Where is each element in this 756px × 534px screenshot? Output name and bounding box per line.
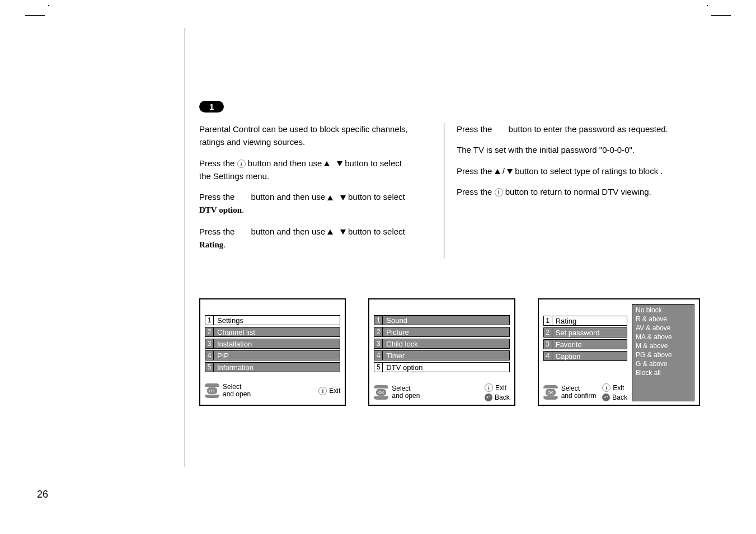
menu-dtv-option: 1Rating 2Set password 3Favorite 4Caption… (538, 298, 700, 406)
content-area: 1 Parental Control can be used to block … (185, 28, 700, 467)
footer-exit: Exit (329, 387, 340, 395)
up-icon (327, 229, 333, 235)
rating-opt-g[interactable]: G & above (636, 359, 691, 368)
menu-item-dtv-option[interactable]: 5DTV option (374, 362, 509, 372)
rating-opt-m[interactable]: M & above (636, 341, 691, 350)
ok-pad-icon: OK (205, 383, 219, 398)
back-icon: ↶ (602, 394, 610, 401)
menu-item-child-lock[interactable]: 3Child lock (374, 339, 509, 349)
menu-item-settings[interactable]: 1Settings (205, 315, 340, 325)
ok-pad-icon: OK (543, 385, 558, 400)
down-icon (507, 169, 513, 174)
down-icon (340, 195, 346, 200)
left-column: Parental Control can be used to block sp… (199, 123, 444, 259)
para-rating: Press the button and then use button to … (199, 225, 431, 252)
para-select-type: Press the / button to select type of rat… (457, 165, 689, 177)
up-icon (324, 161, 330, 166)
para-dtv: Press the button and then use button to … (199, 190, 431, 217)
para-settings: Press the i button and then use button t… (199, 157, 431, 183)
back-icon: ↶ (485, 394, 492, 401)
para-intro: Parental Control can be used to block sp… (199, 123, 431, 149)
menu-settings: 1Sound 2Picture 3Child lock 4Timer 5DTV … (368, 298, 515, 406)
menu-item-rating[interactable]: 1Rating (543, 316, 627, 326)
footer-select: Selectand open (223, 383, 251, 398)
footer-back: Back (612, 394, 627, 401)
info-icon: i (237, 160, 246, 168)
rating-opt-no-block[interactable]: No block (636, 306, 691, 315)
menu-item-timer[interactable]: 4Timer (374, 350, 509, 360)
footer-back: Back (495, 394, 510, 401)
ok-pad-icon: OK (374, 385, 388, 400)
para-initial: The TV is set with the initial password … (457, 143, 689, 156)
rating-opt-block-all[interactable]: Block all (636, 368, 691, 377)
menu-item-favorite[interactable]: 3Favorite (543, 339, 627, 349)
right-column: Press the button to enter the password a… (444, 123, 700, 259)
menu-item-pip[interactable]: 4PIP (205, 350, 340, 360)
footer-select: Selectand open (392, 385, 420, 400)
up-icon (495, 169, 500, 174)
rating-opt-r[interactable]: R & above (636, 315, 691, 324)
menu-main: 1Settings 2Channel list 3Installation 4P… (199, 298, 346, 406)
down-icon (337, 161, 342, 166)
menu-item-sound[interactable]: 1Sound (374, 315, 509, 325)
rating-opt-ma[interactable]: MA & above (636, 332, 691, 341)
rating-opt-pg[interactable]: PG & above (636, 350, 691, 359)
menu-item-installation[interactable]: 3Installation (205, 339, 340, 349)
page-number: 26 (37, 489, 48, 500)
menu-item-picture[interactable]: 2Picture (374, 327, 509, 337)
menu-item-information[interactable]: 5Information (205, 362, 340, 372)
step-badge: 1 (199, 101, 224, 113)
down-icon (340, 229, 346, 235)
rating-opt-av[interactable]: AV & above (636, 324, 691, 332)
step-header: 1 (199, 101, 700, 113)
footer-exit: Exit (495, 384, 506, 392)
info-icon: i (485, 383, 493, 392)
info-icon: i (495, 188, 503, 196)
para-return: Press the i button to return to normal D… (457, 185, 689, 198)
menu-item-channel-list[interactable]: 2Channel list (205, 327, 340, 337)
menu-item-caption[interactable]: 4Caption (543, 351, 627, 361)
info-icon: i (602, 383, 611, 392)
footer-select: Selectand confirm (561, 385, 597, 400)
up-icon (327, 195, 333, 200)
info-icon: i (318, 387, 327, 395)
menu-row: 1Settings 2Channel list 3Installation 4P… (199, 298, 700, 406)
para-password: Press the button to enter the password a… (457, 123, 689, 135)
menu-item-set-password[interactable]: 2Set password (543, 327, 627, 338)
footer-exit: Exit (613, 384, 624, 392)
rating-side-panel: No block R & above AV & above MA & above… (632, 304, 694, 401)
